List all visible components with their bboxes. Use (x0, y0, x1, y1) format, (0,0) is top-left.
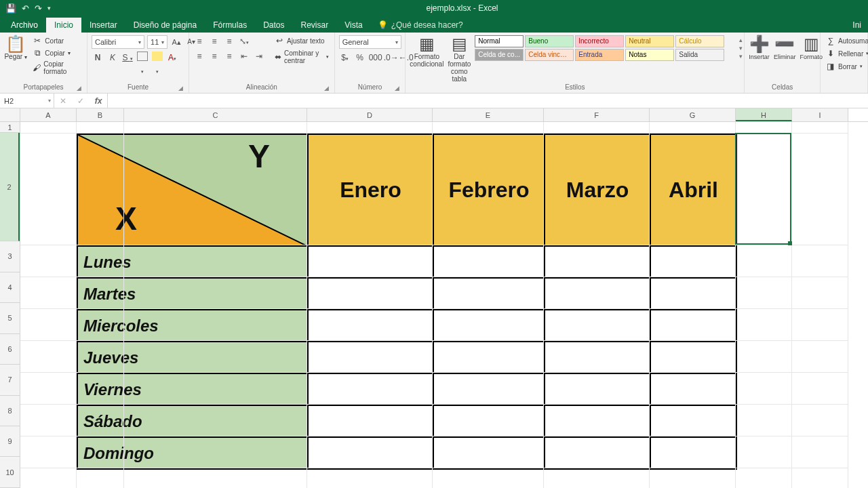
style-preset[interactable]: Entrada (575, 49, 624, 61)
row-header[interactable]: 8 (0, 396, 20, 426)
row-header[interactable]: 10 (0, 457, 20, 487)
cell[interactable] (544, 122, 650, 134)
cell[interactable] (736, 309, 792, 341)
align-right-button[interactable]: ≡ (223, 50, 235, 62)
dropdown-icon[interactable]: ▾ (48, 98, 51, 104)
cell[interactable] (433, 468, 544, 488)
copy-button[interactable]: ⧉Copiar ▾ (31, 47, 83, 58)
fill-color-button[interactable]: ▾ (151, 52, 163, 64)
row-header[interactable]: 2 (0, 133, 20, 241)
cell[interactable] (736, 245, 792, 277)
cell[interactable] (20, 245, 77, 277)
name-box[interactable]: H2 ▾ (0, 94, 54, 108)
cell[interactable] (124, 436, 307, 468)
tab-data[interactable]: Datos (255, 18, 292, 33)
style-preset[interactable]: Bueno (525, 35, 574, 47)
delete-cells-button[interactable]: ➖Eliminar (774, 35, 796, 60)
chevron-down-icon[interactable]: ▾ (736, 45, 745, 52)
cell[interactable] (77, 373, 124, 405)
style-preset[interactable]: Normal (475, 35, 524, 47)
cell[interactable] (650, 134, 736, 245)
column-header[interactable]: C (124, 108, 307, 121)
cell[interactable] (124, 309, 307, 341)
tab-file[interactable]: Archivo (3, 18, 46, 33)
insert-cells-button[interactable]: ➕Insertar (749, 35, 770, 60)
wrap-text-button[interactable]: ↩Ajustar texto (273, 35, 330, 46)
cell[interactable] (544, 436, 650, 468)
cell[interactable] (124, 134, 307, 245)
cell[interactable] (650, 309, 736, 341)
tab-formulas[interactable]: Fórmulas (205, 18, 255, 33)
cell[interactable] (650, 405, 736, 436)
cell[interactable] (124, 405, 307, 436)
comma-button[interactable]: 000 (369, 52, 381, 64)
cell[interactable] (433, 277, 544, 309)
style-preset[interactable]: Celda de co... (475, 49, 524, 61)
cell[interactable] (20, 277, 77, 309)
merge-center-button[interactable]: ⬌Combinar y centrar ▾ (273, 49, 330, 65)
cell[interactable] (77, 405, 124, 436)
row-header[interactable]: 3 (0, 241, 20, 272)
font-family-combo[interactable]: Calibri▾ (92, 35, 144, 49)
cell[interactable] (650, 122, 736, 134)
cell[interactable] (650, 373, 736, 405)
cell[interactable] (77, 134, 124, 245)
cell[interactable] (307, 468, 433, 488)
insert-function-button[interactable]: fx (90, 96, 107, 106)
number-launcher-icon[interactable]: ◢ (395, 85, 399, 92)
cell[interactable] (77, 122, 124, 134)
font-size-combo[interactable]: 11▾ (147, 35, 167, 49)
row-header[interactable]: 5 (0, 303, 20, 333)
format-as-table-button[interactable]: ▤ Dar formato como tabla (448, 35, 471, 83)
cell[interactable] (433, 436, 544, 468)
column-header[interactable]: A (20, 108, 77, 121)
cell[interactable] (792, 122, 848, 134)
enter-formula-button[interactable]: ✓ (72, 96, 90, 106)
cell[interactable] (433, 341, 544, 373)
cut-button[interactable]: ✂Cortar (31, 35, 83, 46)
column-header[interactable]: B (77, 108, 124, 121)
column-header[interactable]: D (307, 108, 433, 121)
cell[interactable] (20, 405, 77, 436)
tell-me[interactable]: 💡 ¿Qué desea hacer? (371, 18, 470, 33)
cell[interactable] (124, 468, 307, 488)
cell[interactable] (792, 277, 848, 309)
cell[interactable] (544, 405, 650, 436)
row-header[interactable]: 9 (0, 426, 20, 457)
cell[interactable] (307, 277, 433, 309)
cell[interactable] (650, 277, 736, 309)
cell[interactable] (77, 341, 124, 373)
autosum-button[interactable]: ∑Autosuma ▾ (825, 35, 868, 46)
cell[interactable] (77, 309, 124, 341)
style-preset[interactable]: Neutral (625, 35, 674, 47)
style-preset[interactable]: Notas (625, 49, 674, 61)
cell[interactable] (20, 436, 77, 468)
cell[interactable] (307, 134, 433, 245)
cell-styles-scroll[interactable]: ▴ ▾ ▾ (736, 37, 745, 60)
cell[interactable] (650, 436, 736, 468)
cell[interactable] (736, 341, 792, 373)
cell[interactable] (650, 245, 736, 277)
cell[interactable] (736, 277, 792, 309)
cell-styles-gallery[interactable]: NormalBuenoIncorrectoNeutralCálculoCelda… (475, 35, 724, 61)
cell[interactable] (544, 134, 650, 245)
cell[interactable] (544, 245, 650, 277)
orientation-button[interactable]: ⤡▾ (238, 35, 250, 47)
align-top-button[interactable]: ≡ (193, 35, 205, 47)
row-header[interactable]: 7 (0, 365, 20, 395)
underline-button[interactable]: S ▾ (121, 52, 134, 64)
cell[interactable] (307, 309, 433, 341)
cell[interactable] (124, 277, 307, 309)
bold-button[interactable]: N (92, 52, 104, 64)
border-button[interactable]: ▾ (136, 52, 149, 64)
chevron-up-icon[interactable]: ▴ (736, 37, 745, 43)
cell[interactable] (792, 309, 848, 341)
cell[interactable] (307, 341, 433, 373)
undo-icon[interactable]: ↶ (22, 3, 29, 14)
cell[interactable] (77, 277, 124, 309)
cell[interactable] (792, 436, 848, 468)
style-preset[interactable]: Salida (675, 49, 724, 61)
cell[interactable] (307, 245, 433, 277)
font-color-button[interactable]: A▾ (166, 52, 178, 64)
cell[interactable] (77, 436, 124, 468)
